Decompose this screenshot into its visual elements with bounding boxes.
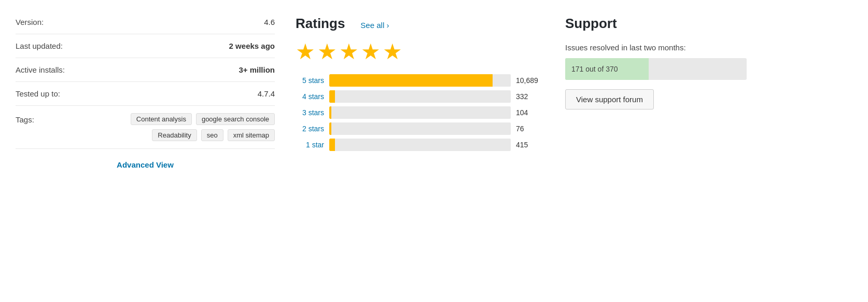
progress-text: 171 out of 370 [571,65,618,73]
tag[interactable]: google search console [196,113,275,125]
bar-track [329,106,511,119]
rating-count: 76 [516,125,544,133]
rating-label[interactable]: 2 stars [296,125,324,133]
rating-label[interactable]: 4 stars [296,92,324,101]
ratings-bars: 5 stars10,6894 stars3323 stars1042 stars… [296,74,544,151]
last-updated-value: 2 weeks ago [229,42,275,50]
rating-row: 3 stars104 [296,106,544,119]
view-support-forum-button[interactable]: View support forum [565,89,654,109]
bar-track [329,122,511,135]
bar-track [329,90,511,103]
bar-track [329,139,511,151]
page-container: Version: 4.6 Last updated: 2 weeks ago A… [0,0,868,302]
progress-bar-container: 171 out of 370 [565,58,747,80]
last-updated-row: Last updated: 2 weeks ago [16,34,275,58]
bar-fill [329,122,331,135]
progress-bar-fill: 171 out of 370 [565,58,649,80]
ratings-header: Ratings See all › [296,16,544,32]
tag[interactable]: Readability [152,129,197,141]
rating-label[interactable]: 5 stars [296,76,324,85]
rating-count: 332 [516,92,544,101]
tested-up-to-row: Tested up to: 4.7.4 [16,82,275,106]
support-title: Support [565,16,852,32]
star-icon: ★ [317,41,337,63]
tag[interactable]: seo [201,129,223,141]
tags-row: Tags: Content analysisgoogle search cons… [16,106,275,149]
bar-fill [329,90,335,103]
stars-display: ★★★★★ [296,41,544,63]
advanced-view-row: Advanced View [16,149,275,181]
advanced-view-link[interactable]: Advanced View [117,160,174,169]
support-panel: Support Issues resolved in last two mont… [565,10,852,292]
bar-fill [329,139,335,151]
version-label: Version: [16,18,44,26]
active-installs-row: Active installs: 3+ million [16,58,275,82]
last-updated-label: Last updated: [16,42,63,50]
star-icon: ★ [361,41,381,63]
rating-row: 2 stars76 [296,122,544,135]
rating-row: 1 star415 [296,139,544,151]
tag[interactable]: xml sitemap [228,129,275,141]
tag[interactable]: Content analysis [131,113,192,125]
star-icon: ★ [339,41,359,63]
ratings-panel: Ratings See all › ★★★★★ 5 stars10,6894 s… [296,10,544,292]
rating-row: 4 stars332 [296,90,544,103]
bar-fill [329,74,493,87]
active-installs-label: Active installs: [16,65,65,74]
issues-label: Issues resolved in last two months: [565,43,852,52]
version-value: 4.6 [264,18,275,26]
tags-label: Tags: [16,115,34,124]
tested-up-to-value: 4.7.4 [258,89,275,98]
bar-track [329,74,511,87]
rating-count: 104 [516,108,544,117]
star-icon: ★ [296,41,315,63]
rating-row: 5 stars10,689 [296,74,544,87]
tags-container: Content analysisgoogle search consoleRea… [99,113,275,141]
version-row: Version: 4.6 [16,10,275,34]
active-installs-value: 3+ million [239,65,275,74]
ratings-title: Ratings [296,16,345,32]
bar-fill [329,106,331,119]
star-icon: ★ [383,41,402,63]
rating-label[interactable]: 3 stars [296,108,324,117]
tested-up-to-label: Tested up to: [16,89,60,98]
rating-count: 10,689 [516,76,544,85]
rating-label[interactable]: 1 star [296,141,324,149]
see-all-link[interactable]: See all › [360,21,389,30]
left-panel: Version: 4.6 Last updated: 2 weeks ago A… [16,10,275,292]
rating-count: 415 [516,141,544,149]
